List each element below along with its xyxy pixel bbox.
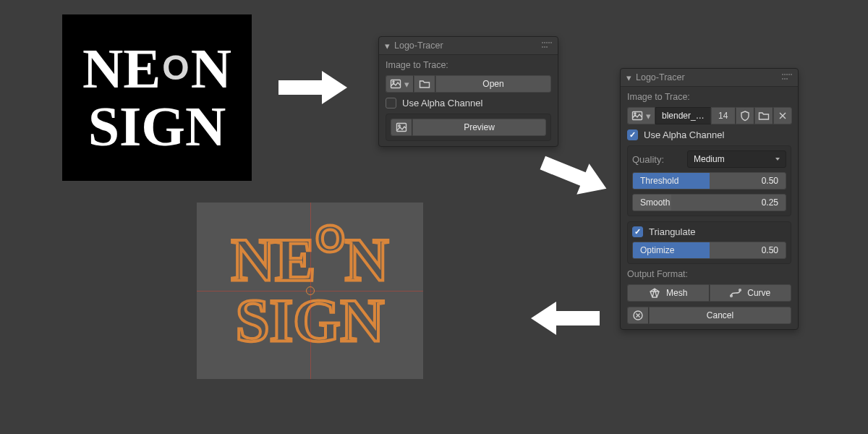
src-neon-o: O [162,51,189,85]
folder-icon [419,78,430,90]
origin-marker-icon [306,286,315,295]
folder-icon [758,110,770,122]
use-alpha-checkbox[interactable]: Use Alpha Channel [386,98,551,109]
drag-grip-icon[interactable] [542,42,552,49]
logo-tracer-panel-simple: ▾ Logo-Tracer Image to Trace: ▾ Open Use… [378,36,558,147]
out-neon-part2: N [345,230,389,291]
triangulate-group: Triangulate Optimize 0.50 [627,221,791,264]
optimize-label: Optimize [633,245,674,255]
src-sign: SIGN [88,98,226,155]
close-icon [777,110,788,122]
arrow-right-icon [275,69,354,106]
image-icon [390,78,401,90]
panel-header[interactable]: ▾ Logo-Tracer [379,37,558,55]
threshold-value: 0.50 [762,176,786,186]
triangulate-checkbox[interactable]: Triangulate [632,226,786,237]
file-users-count[interactable]: 14 [711,107,736,124]
curve-button[interactable]: Curve [710,284,792,302]
folder-button[interactable] [754,107,773,124]
svg-point-3 [399,125,400,127]
checkbox-off-icon [386,98,396,109]
output-format-label: Output Format: [627,269,791,279]
image-browse-dropdown[interactable]: ▾ [627,107,655,124]
svg-point-1 [393,81,394,82]
image-to-trace-label: Image to Trace: [627,92,791,102]
panel-header[interactable]: ▾ Logo-Tracer [621,69,798,87]
disclosure-triangle-icon: ▾ [385,41,390,51]
quality-label: Quality: [632,154,680,165]
triangulate-label: Triangulate [649,226,696,237]
cancel-icon [632,310,644,321]
out-neon-o: O [315,217,344,278]
use-alpha-checkbox[interactable]: Use Alpha Channel [627,129,791,140]
chevron-down-icon: ▾ [404,79,409,90]
preview-icon-button[interactable] [391,119,412,136]
smooth-label: Smooth [633,197,670,208]
threshold-slider[interactable]: Threshold 0.50 [632,172,786,190]
fake-user-button[interactable] [736,107,754,124]
mesh-icon [649,287,660,299]
chevron-down-icon: ▾ [646,111,651,122]
src-neon-part1: NE [82,41,161,97]
checkbox-on-icon [627,129,638,140]
panel-title: Logo-Tracer [394,41,542,51]
out-neon-part1: NE [231,230,316,291]
logo-tracer-panel-full: ▾ Logo-Tracer Image to Trace: ▾ blender_… [620,68,799,330]
optimize-slider[interactable]: Optimize 0.50 [632,242,786,259]
cancel-icon-button[interactable] [627,307,649,324]
svg-point-5 [634,113,636,114]
disclosure-triangle-icon: ▾ [626,72,631,83]
file-name-field[interactable]: blender_… [655,107,711,124]
drag-grip-icon[interactable] [782,74,792,81]
traced-output-viewport: NE O N SIGN [197,203,423,379]
arrow-diag-icon [539,141,633,199]
cancel-button[interactable]: Cancel [649,307,791,324]
use-alpha-label: Use Alpha Channel [644,129,724,140]
open-button[interactable]: Open [435,75,551,93]
image-to-trace-label: Image to Trace: [386,60,551,70]
optimize-value: 0.50 [762,245,786,255]
mesh-button[interactable]: Mesh [627,284,710,302]
quality-group: Quality: Medium Threshold 0.50 Smooth 0.… [627,145,791,216]
image-icon [631,110,643,122]
preview-button[interactable]: Preview [412,119,546,136]
folder-button[interactable] [414,75,435,93]
smooth-value: 0.25 [762,197,786,208]
src-neon-part2: N [191,41,231,97]
threshold-label: Threshold [633,176,678,186]
panel-title: Logo-Tracer [636,72,782,82]
smooth-slider[interactable]: Smooth 0.25 [632,194,786,211]
quality-dropdown[interactable]: Medium [687,150,786,168]
unlink-button[interactable] [773,107,792,124]
curve-icon [730,287,741,299]
source-image: NE O N SIGN [62,14,252,181]
shield-icon [739,110,751,122]
out-sign: SIGN [236,291,384,352]
image-browse-dropdown[interactable]: ▾ [386,75,414,93]
arrow-left-icon [524,300,603,336]
use-alpha-label: Use Alpha Channel [402,98,482,109]
render-image-icon [396,122,407,133]
checkbox-on-icon [632,226,643,237]
